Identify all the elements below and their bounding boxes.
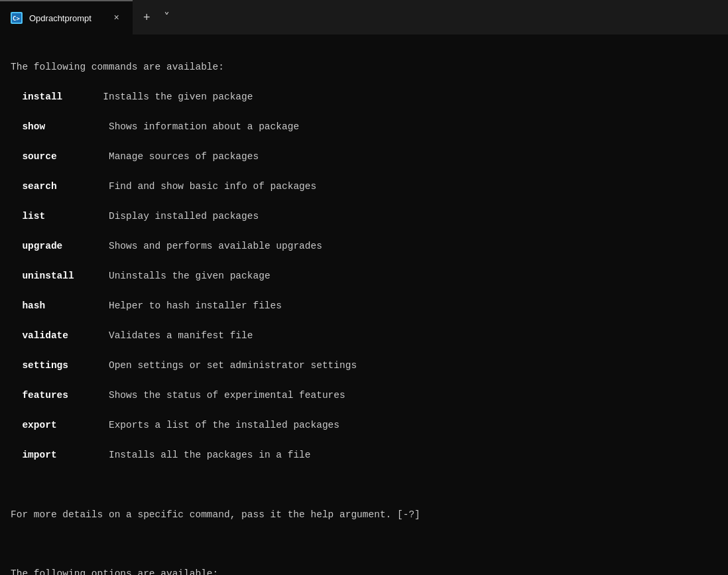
terminal-output: The following commands are available: in… [0,34,728,575]
svg-text:C>: C> [13,15,20,22]
new-tab-button[interactable]: + [138,8,156,27]
cmd-show: show Shows information about a package [11,119,717,134]
terminal-icon: C> [11,12,23,24]
cmd-uninstall: uninstall Uninstalls the given package [11,269,717,283]
cmd-name-search: search [22,181,56,192]
cmd-name-hash: hash [22,300,45,311]
cmd-import: import Installs all the packages in a fi… [11,448,717,462]
cmd-hash: hash Helper to hash installer files [11,298,717,313]
cmd-list: list Display installed packages [11,209,717,224]
cmd-upgrade: upgrade Shows and performs available upg… [11,239,717,253]
options-header: The following options are available: [11,566,717,575]
spacer-2 [11,537,717,551]
cmd-name-uninstall: uninstall [22,271,74,281]
cmd-search: search Find and show basic info of packa… [11,179,717,194]
cmd-name-features: features [22,390,68,401]
title-bar: C> Opdrachtprompt × + ˅ [0,0,728,34]
commands-header: The following commands are available: [11,60,717,74]
cmd-name-install: install [22,92,62,102]
cmd-name-settings: settings [22,360,68,371]
cmd-install: install Installs the given package [11,90,717,104]
cmd-name-list: list [22,211,45,222]
tab-title: Opdrachtprompt [29,13,105,23]
cmd-name-source: source [22,151,56,162]
spacer-1 [11,478,717,492]
tab-actions: + ˅ [133,0,180,34]
active-tab[interactable]: C> Opdrachtprompt × [0,0,133,34]
cmd-settings: settings Open settings or set administra… [11,358,717,373]
cmd-name-upgrade: upgrade [22,241,62,251]
dropdown-button[interactable]: ˅ [158,7,175,27]
close-tab-button[interactable]: × [111,11,122,25]
cmd-name-show: show [22,121,45,132]
details-line: For more details on a specific command, … [11,507,717,522]
cmd-name-import: import [22,450,56,460]
cmd-source: source Manage sources of packages [11,149,717,164]
cmd-features: features Shows the status of experimenta… [11,388,717,403]
cmd-validate: validate Validates a manifest file [11,328,717,343]
cmd-name-export: export [22,420,56,430]
cmd-export: export Exports a list of the installed p… [11,418,717,432]
cmd-name-validate: validate [22,330,68,341]
